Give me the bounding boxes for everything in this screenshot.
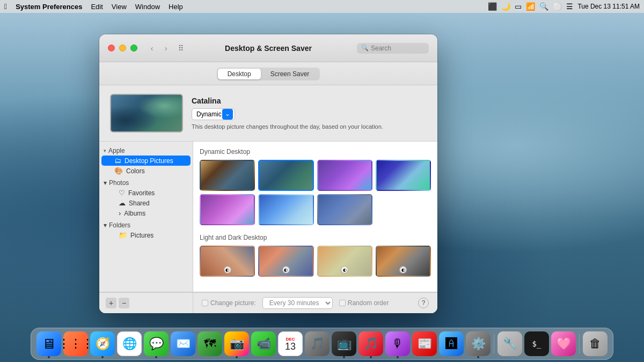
dynamic-dropdown[interactable]: Dynamic Light Dark <box>192 108 235 120</box>
finder-icon: 🖥 <box>42 336 56 352</box>
preview-image <box>110 94 183 132</box>
tv-icon: 📺 <box>337 337 352 351</box>
dock-calendar[interactable]: DEC 13 <box>278 331 303 356</box>
light-dark-indicator-3: ◐ <box>341 266 348 274</box>
finder-dot <box>48 356 50 358</box>
random-order-checkbox[interactable] <box>339 300 346 306</box>
dock: 🖥 ⋮⋮⋮ 🧭 🌐 💬 ✉️ 🗺 📷 📹 DEC 13 🎵 📺 🎵 <box>31 328 613 360</box>
sidebar-item-shared[interactable]: ☁ Shared <box>101 198 191 208</box>
dock-systemprefs[interactable]: ⚙️ <box>466 331 491 356</box>
content-area: ▾ Apple 🗂 Desktop Pictures 🎨 Colors ▾ Ph… <box>99 142 437 292</box>
tab-screensaver[interactable]: Screen Saver <box>261 69 319 79</box>
wallpaper-thumb-1[interactable] <box>200 160 255 191</box>
wallpaper-thumb-11[interactable]: ◐ <box>376 246 431 277</box>
tab-group: Desktop Screen Saver <box>217 68 320 80</box>
sidebar-item-colors[interactable]: 🎨 Colors <box>101 166 191 176</box>
search-icon[interactable]: 🔍 <box>539 2 548 11</box>
menu-window[interactable]: Window <box>135 3 160 11</box>
itunes-icon: 🎵 <box>310 337 325 351</box>
dock-safari[interactable]: 🧭 <box>90 331 115 356</box>
close-button[interactable] <box>108 45 115 51</box>
wallpaper-thumb-8[interactable]: ◐ <box>200 246 255 277</box>
forward-button[interactable]: › <box>160 42 172 54</box>
random-order-container: Random order <box>339 299 389 307</box>
app-name[interactable]: System Preferences <box>16 3 82 11</box>
dock-messages[interactable]: 💬 <box>144 331 169 356</box>
wallpaper-thumb-2[interactable] <box>258 160 313 191</box>
dock-music[interactable]: 🎵 <box>358 331 383 356</box>
chevron-right-icon: › <box>119 209 121 217</box>
dock-news[interactable]: 📰 <box>412 331 437 356</box>
wallpaper-thumb-9[interactable]: ◐ <box>258 246 313 277</box>
dock-terminal[interactable]: $_ <box>524 331 549 356</box>
sidebar-item-desktop-pictures[interactable]: 🗂 Desktop Pictures <box>101 156 191 166</box>
wifi-icon[interactable]: 📶 <box>526 2 535 11</box>
change-picture-checkbox[interactable] <box>202 300 208 306</box>
nightmode-icon[interactable]: 🌙 <box>501 2 510 11</box>
wallpaper-thumb-4[interactable] <box>376 160 431 191</box>
dock-podcasts[interactable]: 🎙 <box>385 331 410 356</box>
sidebar-item-label-favorites: Favorites <box>128 189 155 197</box>
music-dot <box>370 356 372 358</box>
menu-view[interactable]: View <box>112 3 127 11</box>
sidebar-item-favorites[interactable]: ♡ Favorites <box>101 188 191 198</box>
tabs-bar: Desktop Screen Saver <box>99 62 437 85</box>
sidebar-apple-label: Apple <box>108 147 125 154</box>
mirror-icon[interactable]: ▭ <box>515 2 522 11</box>
dock-disk-utility[interactable]: 🔧 <box>497 331 522 356</box>
tab-desktop[interactable]: Desktop <box>218 69 261 79</box>
dock-maps[interactable]: 🗺 <box>197 331 222 356</box>
folder-icon: 🗂 <box>114 157 121 165</box>
minimize-button[interactable] <box>119 45 126 51</box>
sidebar-folders-header[interactable]: ▾ Folders <box>99 220 193 230</box>
notifications-icon[interactable]: ☰ <box>566 2 573 11</box>
sidebar-item-albums[interactable]: › Albums <box>101 208 191 218</box>
dock-trash[interactable]: 🗑 <box>583 331 608 356</box>
dock-tv[interactable]: 📺 <box>332 331 356 356</box>
sidebar-photos-header[interactable]: ▾ Photos <box>99 178 193 188</box>
dock-cleanmymac[interactable]: 🩷 <box>551 331 576 356</box>
siri-icon[interactable]: ⚪ <box>553 2 562 11</box>
dock-chrome[interactable]: 🌐 <box>117 331 142 356</box>
search-input[interactable] <box>371 45 425 52</box>
sidebar-apple-header[interactable]: ▾ Apple <box>99 146 193 156</box>
dropdown-wrapper[interactable]: Dynamic Light Dark <box>192 108 235 120</box>
menu-help[interactable]: Help <box>169 3 183 11</box>
mail-icon: ✉️ <box>176 337 191 351</box>
wallpaper-thumb-3[interactable] <box>317 160 372 191</box>
heart-icon: ♡ <box>119 189 125 197</box>
search-box[interactable]: 🔍 <box>357 43 429 54</box>
wallpaper-thumb-6[interactable] <box>258 194 313 225</box>
change-picture-label: Change picture: <box>210 299 256 307</box>
wallpaper-thumb-7[interactable] <box>317 194 372 225</box>
dock-mail[interactable]: ✉️ <box>171 331 195 356</box>
menu-edit[interactable]: Edit <box>91 3 103 11</box>
wallpaper-thumb-10[interactable]: ◐ <box>317 246 372 277</box>
preview-info: Catalina Dynamic Light Dark This desktop… <box>192 97 427 130</box>
dock-divider2 <box>579 334 580 353</box>
remove-button[interactable]: − <box>119 298 129 308</box>
launchpad-icon: ⋮⋮⋮ <box>58 337 93 351</box>
search-icon-small: 🔍 <box>361 45 369 51</box>
traffic-lights <box>108 45 137 51</box>
screenshot-icon[interactable]: ⬛ <box>488 2 497 11</box>
apple-menu[interactable]:  <box>4 2 7 11</box>
add-button[interactable]: + <box>106 298 116 308</box>
dock-launchpad[interactable]: ⋮⋮⋮ <box>63 331 88 356</box>
back-button[interactable]: ‹ <box>146 42 158 54</box>
dock-appstore[interactable]: 🅰 <box>439 331 464 356</box>
maximize-button[interactable] <box>130 45 137 51</box>
sidebar-item-pictures[interactable]: 📁 Pictures <box>101 230 191 240</box>
help-button[interactable]: ? <box>418 298 429 308</box>
grid-icon[interactable]: ⠿ <box>178 44 184 53</box>
music-icon: 🎵 <box>364 337 378 351</box>
safari-dot <box>101 356 104 358</box>
dock-itunes-store[interactable]: 🎵 <box>305 331 330 356</box>
wallpaper-thumb-5[interactable] <box>200 194 255 225</box>
podcasts-dot <box>397 356 399 358</box>
dock-photos[interactable]: 📷 <box>224 331 249 356</box>
dock-facetime[interactable]: 📹 <box>251 331 276 356</box>
interval-dropdown[interactable]: Every 30 minutes <box>262 297 333 309</box>
dynamic-desktop-grid <box>200 160 431 225</box>
light-dark-indicator-2: ◐ <box>282 266 290 274</box>
